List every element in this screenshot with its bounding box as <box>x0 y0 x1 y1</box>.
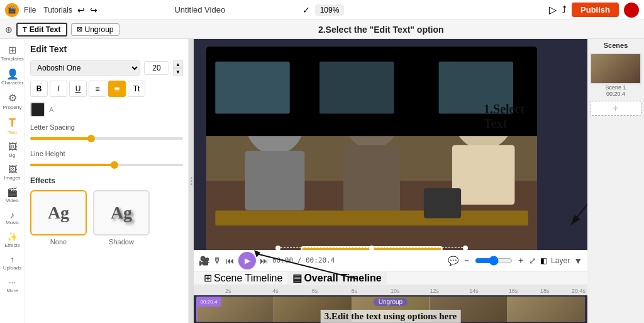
timeline-mic-btn[interactable]: 🎙 <box>213 256 222 266</box>
text-color-button[interactable] <box>30 102 45 117</box>
transform-icon[interactable]: ⊕ <box>5 25 13 35</box>
sidebar-item-property[interactable]: ⚙ Property <box>0 89 25 112</box>
logo[interactable]: 🎬 <box>5 3 19 17</box>
effects-grid: Ag None Ag Shadow <box>30 190 183 246</box>
svg-rect-12 <box>215 62 289 114</box>
font-size-up-btn[interactable]: ▲ <box>173 60 183 68</box>
effect-shadow-label: Shadow <box>109 238 134 246</box>
images-icon: 🖼 <box>8 164 17 175</box>
letter-spacing-label: Letter Spacing <box>30 123 183 131</box>
play-preview-icon[interactable]: ▷ <box>549 4 557 16</box>
sidebar-item-character[interactable]: 👤 Character <box>0 65 25 88</box>
text-transform-button[interactable]: Tt <box>128 81 145 97</box>
overall-timeline-tab[interactable]: ▤ Overall Timeline <box>287 271 386 285</box>
undo-btn[interactable]: ↩ <box>77 5 85 15</box>
sidebar-item-bg[interactable]: 🖼 Bg <box>0 139 25 161</box>
music-icon: ♪ <box>10 210 14 220</box>
sidebar-item-templates[interactable]: ⊞ Templates <box>0 42 25 64</box>
scenes-title: Scenes <box>590 42 641 49</box>
sidebar-item-music[interactable]: ♪ Music <box>0 207 25 229</box>
svg-rect-10 <box>424 188 461 218</box>
sidebar-item-uploads[interactable]: ↑ Uploads <box>0 252 25 273</box>
uploads-icon: ↑ <box>10 254 14 265</box>
timeline-controls: 🎥 🎙 ⏮ ▶ ⏭ 00:00 / 00:20.4 💬 － ＋ ⤢ ◧ Laye… <box>194 250 587 271</box>
svg-rect-4 <box>245 151 305 211</box>
ungroup-button[interactable]: ⊠ Ungroup <box>71 23 119 36</box>
current-time-marker: 00:20.4 <box>196 297 221 307</box>
format-buttons: B I U ≡ ≣ Tt <box>30 81 183 97</box>
font-size-down-btn[interactable]: ▼ <box>173 68 183 76</box>
timeline-cam-btn[interactable]: 🎥 <box>199 256 209 266</box>
layer-label: Layer <box>551 256 570 265</box>
redo-btn[interactable]: ↪ <box>90 5 97 15</box>
zoom-plus-icon[interactable]: ＋ <box>516 255 525 266</box>
font-size-input[interactable]: 20 <box>144 61 169 75</box>
character-icon: 👤 <box>6 68 19 80</box>
scene-1-image <box>590 53 641 84</box>
bg-icon: 🖼 <box>8 142 17 152</box>
sidebar-item-text[interactable]: T Text <box>0 114 25 139</box>
align-center-button[interactable]: ≣ <box>108 81 126 97</box>
timeline-prev-btn[interactable]: ⏮ <box>226 256 235 266</box>
effect-none-label: None <box>50 238 67 246</box>
line-height-slider[interactable] <box>30 160 183 170</box>
top-menu: File Tutorials <box>24 6 72 14</box>
main-layout: ⊞ Templates 👤 Character ⚙ Property T Tex… <box>0 39 644 323</box>
svg-rect-8 <box>452 145 514 205</box>
sidebar-item-video[interactable]: 🎬 Video <box>0 184 25 206</box>
effect-none[interactable]: Ag None <box>30 190 87 246</box>
font-family-select[interactable]: Aoboshi One <box>30 60 140 76</box>
layer-icon: ◧ <box>540 256 547 265</box>
canvas-area: I'm going to have to fix you 1.Select Te… <box>194 39 587 323</box>
fit-btn[interactable]: ⤢ <box>529 256 536 266</box>
thumb-5 <box>508 297 585 322</box>
edit-text-button[interactable]: T Edit Text <box>16 23 67 37</box>
panel-resize-handle[interactable] <box>189 39 194 323</box>
timeline-zoom-slider[interactable] <box>475 256 513 266</box>
effects-icon: ✨ <box>7 232 18 242</box>
line-height-label: Line Height <box>30 150 183 157</box>
sidebar-icons: ⊞ Templates 👤 Character ⚙ Property T Tex… <box>0 39 25 323</box>
caption-btn[interactable]: 💬 <box>448 256 458 266</box>
sub-toolbar: ⊕ T Edit Text ⊠ Ungroup 2.Select the "Ed… <box>0 20 644 39</box>
zoom-minus-icon[interactable]: － <box>462 255 471 266</box>
timeline-tabs-row: ⊞ Scene Timeline ▤ Overall Timeline <box>194 271 587 285</box>
video-icon: 🎬 <box>7 187 18 198</box>
property-icon: ⚙ <box>8 92 17 104</box>
svg-rect-13 <box>319 62 394 114</box>
letter-spacing-slider[interactable] <box>30 133 183 144</box>
tutorials-menu[interactable]: Tutorials <box>43 6 72 14</box>
scene-1-label: Scene 1 <box>590 84 641 91</box>
step1-annotation: 1.Select Text <box>484 102 525 131</box>
sidebar-item-more[interactable]: ··· More <box>0 275 25 296</box>
file-menu[interactable]: File <box>24 6 36 14</box>
scene-1-thumb[interactable]: Scene 1 00:20.4 <box>590 53 641 97</box>
zoom-display[interactable]: 109% <box>315 4 345 16</box>
more-icon: ··· <box>9 277 16 288</box>
effect-none-box: Ag <box>30 190 87 235</box>
panel-title: Edit Text <box>30 44 183 54</box>
publish-button[interactable]: Publish <box>572 3 619 17</box>
user-avatar[interactable] <box>624 3 639 18</box>
sidebar-item-effects[interactable]: ✨ Effects <box>0 229 25 251</box>
add-scene-button[interactable]: + <box>590 101 641 116</box>
share-icon[interactable]: ⤴ <box>562 4 567 16</box>
text-icon: T <box>23 26 27 33</box>
layer-expand-btn[interactable]: ▼ <box>574 256 582 266</box>
bold-button[interactable]: B <box>30 81 48 97</box>
scene-timeline-tab[interactable]: ⊞ Scene Timeline <box>199 271 287 285</box>
play-button[interactable]: ▶ <box>238 252 256 269</box>
templates-icon: ⊞ <box>8 44 16 56</box>
scene-1-time: 00:20.4 <box>590 91 641 97</box>
ungroup-icon: ⊠ <box>77 25 82 33</box>
font-row: Aoboshi One 20 ▲ ▼ <box>30 60 183 76</box>
effect-shadow[interactable]: Ag Shadow <box>93 190 150 246</box>
timeline-next-btn[interactable]: ⏭ <box>260 256 269 266</box>
align-left-button[interactable]: ≡ <box>89 81 106 97</box>
underline-button[interactable]: U <box>69 81 87 97</box>
svg-rect-6 <box>343 145 400 212</box>
font-size-stepper: ▲ ▼ <box>173 60 183 76</box>
italic-button[interactable]: I <box>50 81 67 97</box>
effects-title: Effects <box>30 176 183 185</box>
sidebar-item-images[interactable]: 🖼 Images <box>0 162 25 183</box>
